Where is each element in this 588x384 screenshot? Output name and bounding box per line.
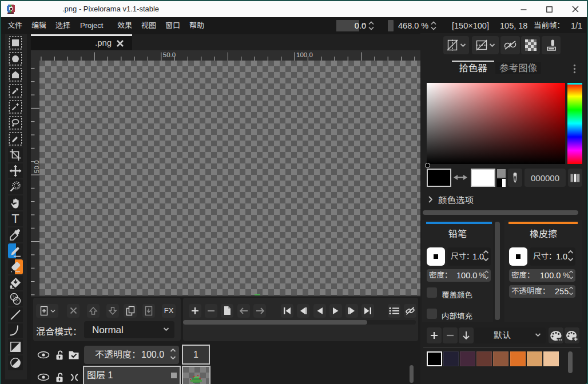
menu-item-5[interactable]: 效果 bbox=[117, 17, 132, 34]
cel-thumbnail[interactable] bbox=[182, 366, 210, 384]
tool-ellipse[interactable] bbox=[8, 355, 23, 370]
menu-item-2[interactable]: 编辑 bbox=[31, 17, 46, 34]
move-frame-left-button[interactable] bbox=[237, 304, 250, 318]
menu-item-7[interactable]: 窗口 bbox=[165, 17, 180, 34]
tool-paint-select[interactable] bbox=[8, 131, 23, 146]
next-frame-button[interactable] bbox=[345, 304, 358, 318]
eraser-opacity-slider[interactable]: 不透明度： 255 bbox=[509, 285, 575, 298]
palette-edit-button[interactable] bbox=[549, 327, 563, 343]
zoom-slider-grabber[interactable] bbox=[388, 20, 394, 31]
palette-scrollbar[interactable] bbox=[568, 351, 573, 373]
palette-swatch-7[interactable] bbox=[527, 351, 542, 366]
tool-magic-wand[interactable] bbox=[8, 99, 23, 114]
sv-picker-cursor[interactable] bbox=[425, 163, 430, 168]
tool-curve[interactable] bbox=[8, 323, 23, 338]
zoom-value[interactable]: 468.0 % bbox=[398, 17, 428, 34]
tool-pan[interactable] bbox=[8, 195, 23, 210]
swap-colors-icon[interactable] bbox=[453, 174, 468, 181]
remove-frame-button[interactable] bbox=[205, 304, 217, 318]
pencil-density-slider[interactable]: 密度： 100.0 % bbox=[427, 269, 491, 282]
previous-frame-button[interactable] bbox=[297, 304, 309, 318]
zoom-spinner-icon[interactable] bbox=[430, 21, 437, 31]
manage-tags-button[interactable] bbox=[388, 304, 400, 318]
horizontal-ruler[interactable]: 50.0100.0 bbox=[31, 50, 422, 61]
default-colors-back[interactable] bbox=[497, 169, 506, 178]
pencil-brush-button[interactable] bbox=[427, 247, 445, 266]
layer-opacity-spinbox[interactable]: 不透明度： 100.0 bbox=[84, 346, 179, 364]
clone-layer-button[interactable] bbox=[124, 304, 137, 318]
close-button[interactable] bbox=[566, 1, 585, 17]
move-layer-up-button[interactable] bbox=[87, 304, 100, 318]
document-tab[interactable]: .png bbox=[31, 36, 132, 51]
color-options-expander[interactable]: 颜色选项 bbox=[438, 193, 474, 206]
go-first-frame-button[interactable] bbox=[281, 304, 293, 318]
move-frame-right-button[interactable] bbox=[253, 304, 266, 318]
tool-rectangle[interactable] bbox=[8, 339, 23, 354]
layer-fx-button[interactable]: FX bbox=[162, 304, 176, 318]
screen-color-picker-button[interactable] bbox=[508, 169, 522, 187]
eraser-brush-button[interactable] bbox=[509, 247, 527, 266]
layer-group-header-icon[interactable] bbox=[67, 348, 81, 362]
play-backwards-button[interactable] bbox=[313, 304, 326, 318]
clone-frame-button[interactable] bbox=[221, 304, 233, 318]
layers-scrollbar[interactable] bbox=[410, 365, 414, 383]
play-forward-button[interactable] bbox=[329, 304, 342, 318]
palette-remove-color-button[interactable] bbox=[443, 327, 458, 343]
layer1-link-cels-icon[interactable] bbox=[67, 370, 81, 384]
go-last-frame-button[interactable] bbox=[361, 304, 374, 318]
move-layer-down-button[interactable] bbox=[106, 304, 119, 318]
palette-swatch-2[interactable] bbox=[443, 351, 459, 366]
add-layer-button[interactable] bbox=[36, 304, 58, 318]
pixel-perfect-button[interactable] bbox=[500, 36, 520, 54]
mirror-x-button[interactable] bbox=[443, 36, 469, 54]
menu-item-8[interactable]: 帮助 bbox=[189, 17, 204, 34]
saturation-value-picker[interactable] bbox=[427, 83, 565, 164]
layer1-name-button[interactable]: 图层 1 bbox=[83, 366, 181, 384]
palette-new-button[interactable] bbox=[565, 327, 579, 343]
menu-item-1[interactable]: 文件 bbox=[7, 17, 22, 34]
tab-color-picker[interactable]: 拾色器 bbox=[452, 62, 494, 74]
fill-inside-checkbox[interactable] bbox=[427, 309, 437, 319]
menu-item-4[interactable]: Project bbox=[80, 17, 103, 34]
layer-expand-handle[interactable] bbox=[171, 373, 177, 378]
hue-slider[interactable] bbox=[567, 83, 582, 164]
palette-sort-button[interactable] bbox=[459, 327, 474, 343]
tool-options-scrollbar[interactable] bbox=[495, 222, 500, 320]
hue-slider-grabber[interactable] bbox=[567, 83, 582, 85]
canvas-checkerboard[interactable] bbox=[39, 61, 422, 295]
palette-swatch-5[interactable] bbox=[493, 351, 508, 366]
menu-item-3[interactable]: 选择 bbox=[55, 17, 70, 34]
hex-color-input[interactable]: 000000 bbox=[525, 169, 566, 187]
picker-scrollbar[interactable] bbox=[423, 210, 578, 215]
tool-shading[interactable] bbox=[8, 291, 23, 306]
alpha-lock-button[interactable] bbox=[521, 36, 540, 54]
primary-color-swatch[interactable] bbox=[427, 169, 451, 187]
layer1-visibility-icon[interactable] bbox=[37, 370, 50, 384]
merge-layer-button[interactable] bbox=[142, 304, 155, 318]
tool-lasso[interactable] bbox=[8, 115, 23, 130]
tool-bucket[interactable] bbox=[8, 275, 23, 290]
rotation-spinbox[interactable]: 0.0 bbox=[336, 20, 359, 31]
rotation-spinner-icon[interactable] bbox=[368, 21, 375, 31]
pencil-size-spinbox[interactable]: 尺寸： 1.0 bbox=[447, 247, 491, 266]
tool-zoom[interactable] bbox=[8, 179, 23, 194]
palette-add-color-button[interactable] bbox=[427, 327, 442, 343]
palette-swatch-4[interactable] bbox=[476, 351, 492, 366]
secondary-color-swatch[interactable] bbox=[471, 169, 495, 187]
layer-lock-header-icon[interactable] bbox=[53, 348, 66, 362]
timeline-scrollbar[interactable] bbox=[183, 320, 367, 325]
tool-pencil[interactable] bbox=[8, 243, 23, 258]
blend-mode-dropdown[interactable]: Normal bbox=[84, 321, 174, 338]
tool-color-select[interactable] bbox=[8, 83, 23, 98]
overwrite-color-checkbox[interactable] bbox=[427, 287, 437, 298]
expander-chevron-icon[interactable] bbox=[428, 195, 433, 203]
panel-menu-icon[interactable] bbox=[573, 64, 576, 74]
layer1-lock-icon[interactable] bbox=[53, 370, 66, 384]
layer-visibility-header-icon[interactable] bbox=[37, 348, 50, 362]
onion-skinning-button[interactable] bbox=[404, 304, 416, 318]
palette-swatch-8[interactable] bbox=[543, 351, 559, 366]
palette-swatch-1[interactable] bbox=[427, 351, 442, 366]
tool-text[interactable]: T bbox=[8, 211, 23, 226]
tab-close-icon[interactable] bbox=[116, 39, 125, 48]
minimize-button[interactable] bbox=[514, 1, 533, 17]
